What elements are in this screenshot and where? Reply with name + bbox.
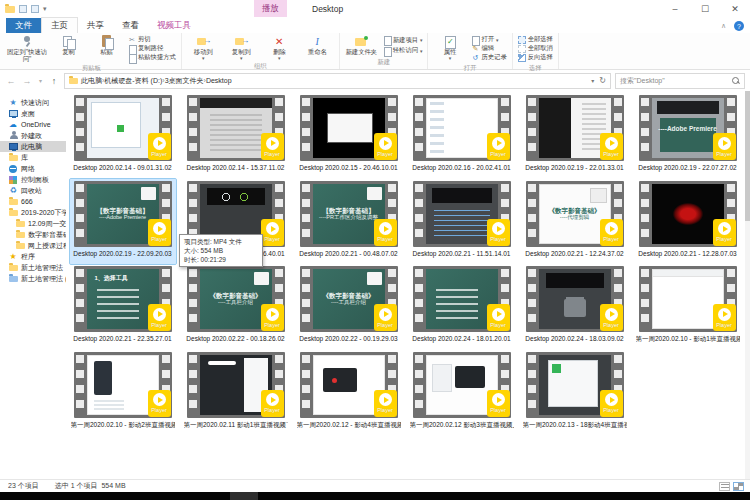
sidebar-item[interactable]: 桌面	[0, 108, 66, 119]
file-item[interactable]: PlayerDesktop 2020.02.24 - 18.03.09.02	[522, 264, 628, 350]
copy-to-button[interactable]: 复制到▾	[223, 34, 260, 61]
sidebar-item[interactable]: ☁OneDrive	[0, 119, 66, 130]
file-item[interactable]: PlayerDesktop 2020.02.24 - 18.01.20.01	[409, 264, 515, 350]
sidebar-item[interactable]: 新土地管理法	[0, 262, 66, 273]
file-item[interactable]: 《数字影音基础》----工具栏介绍PlayerDesktop 2020.02.2…	[183, 264, 289, 350]
copy-button[interactable]: 复制	[50, 34, 87, 63]
select-all-button[interactable]: 全部选择	[518, 35, 553, 44]
filmstrip-thumbnail: Player	[526, 95, 624, 161]
file-item[interactable]: Player第一周2020.02.13 - 18影动4班直播视频全	[522, 350, 628, 436]
sidebar-item[interactable]: 控制面板	[0, 174, 66, 185]
close-button[interactable]: ✕	[720, 0, 750, 17]
sidebar-item[interactable]: 12.09周一交	[0, 218, 66, 229]
properties-shortcut-icon[interactable]	[19, 5, 27, 13]
sidebar-item[interactable]: ★程序	[0, 251, 66, 262]
delete-button[interactable]: ✕删除▾	[261, 34, 298, 61]
file-item[interactable]: Player第一周2020.02.11 影动1班直播视频下	[183, 350, 289, 436]
file-item[interactable]: Player第一周2020.02.10 - 影动2班直播视频全	[70, 350, 176, 436]
paste-shortcut-button[interactable]: 粘贴快捷方式	[128, 53, 176, 62]
sidebar-item[interactable]: ♻回收站	[0, 185, 66, 196]
select-none-button[interactable]: 全部取消	[518, 44, 553, 53]
file-item[interactable]: 【数字影音基础】----Adobe PremierePlayerDesktop …	[70, 179, 176, 265]
sidebar-item[interactable]: 孙建政	[0, 130, 66, 141]
details-view-toggle[interactable]	[719, 482, 730, 491]
pin-icon	[20, 35, 34, 48]
move-to-button[interactable]: 移动到▾	[185, 34, 222, 61]
breadcrumb[interactable]: 此电脑›机械硬盘-资料 (D:)›3桌面文件夹›Desktop ▾ ↻	[64, 73, 611, 89]
breadcrumb-part[interactable]: Desktop	[206, 77, 232, 84]
file-item[interactable]: 【数字影音基础】----PR工作区介绍及调整PlayerDesktop 2020…	[296, 179, 402, 265]
file-item[interactable]: PlayerDesktop 2020.02.19 - 22.01.33.01	[522, 93, 628, 179]
file-item[interactable]: Player第一周2020.02.10 - 影动1班直播视频上	[635, 264, 741, 350]
cut-button[interactable]: ✂剪切	[128, 35, 176, 44]
file-item[interactable]: 1、选择工具PlayerDesktop 2020.02.21 - 22.35.2…	[70, 264, 176, 350]
player-badge: Player	[713, 219, 736, 246]
copy-path-button[interactable]: 复制路径	[128, 44, 176, 53]
properties-icon	[443, 35, 457, 48]
main-scrollbar[interactable]	[745, 91, 750, 479]
file-item[interactable]: PlayerDesktop 2020.02.15 - 20.46.10.01	[296, 93, 402, 179]
new-folder-shortcut-icon[interactable]	[31, 5, 39, 13]
tab-3[interactable]: 查看	[113, 18, 148, 33]
sidebar-item[interactable]: 此电脑	[0, 141, 66, 152]
sidebar-item[interactable]: 2019-2020下学期线	[0, 207, 66, 218]
ribbon-button-label: 历史记录	[481, 53, 506, 62]
tab-1[interactable]: 主页	[41, 17, 78, 33]
breadcrumb-part[interactable]: 3桌面文件夹	[165, 77, 204, 84]
ribbon-group: 属性▾打开▾✎编辑↺历史记录打开	[428, 33, 512, 69]
sidebar-item[interactable]: 666	[0, 196, 66, 207]
properties-button[interactable]: 属性▾	[431, 34, 468, 63]
file-item[interactable]: PlayerDesktop 2020.02.16 - 20.02.41.01	[409, 93, 515, 179]
thumbnail-view-toggle[interactable]	[733, 482, 744, 491]
tab-4[interactable]: 视频工具	[148, 18, 200, 33]
sidebar-item[interactable]: 数字影音基础相关	[0, 229, 66, 240]
file-item[interactable]: Player第一周2020.02.12 - 影动4班直播视频全	[296, 350, 402, 436]
forward-button[interactable]: →	[21, 76, 33, 86]
help-icon[interactable]: ?	[734, 21, 744, 31]
rename-button[interactable]: I重命名	[299, 34, 336, 61]
search-input[interactable]: 搜索"Desktop"	[615, 73, 745, 89]
sidebar-item[interactable]: 库	[0, 152, 66, 163]
recent-locations-arrow-icon[interactable]: ▾	[37, 77, 44, 84]
easy-access-button[interactable]: 轻松访问▾	[383, 46, 423, 55]
refresh-icon[interactable]: ↻	[599, 76, 606, 85]
file-item[interactable]: PlayerDesktop 2020.02.21 - 11.51.14.01	[409, 179, 515, 265]
new-folder-button[interactable]: 新建文件夹	[343, 34, 380, 57]
file-item[interactable]: 《数字影音基础》----代理剪辑PlayerDesktop 2020.02.21…	[522, 179, 628, 265]
breadcrumb-part[interactable]: 此电脑	[81, 77, 102, 84]
tab-2[interactable]: 共享	[78, 18, 113, 33]
sidebar-item[interactable]: ★快速访问	[0, 97, 66, 108]
address-dropdown-arrow-icon[interactable]: ▾	[591, 77, 594, 84]
file-item[interactable]: Player第一周2020.02.12 影动3班直播视频上	[409, 350, 515, 436]
recycle-bin-icon: ♻	[8, 186, 18, 195]
new-item-button[interactable]: 新建项目▾	[383, 36, 423, 45]
thumbnail-text: 《数字影音基础》	[200, 292, 272, 299]
collapse-ribbon-icon[interactable]: ∧	[721, 22, 726, 30]
pin-button[interactable]: 固定到"快速访问"	[5, 34, 49, 63]
file-item[interactable]: PlayerDesktop 2020.02.14 - 15.37.11.02	[183, 93, 289, 179]
up-button[interactable]: ↑	[48, 76, 60, 86]
play-icon	[153, 393, 166, 406]
library-shape	[9, 155, 18, 161]
filmstrip-thumbnail: 《数字影音基础》----工具栏介绍Player	[187, 266, 285, 332]
file-item[interactable]: ----Adobe PremierePlayerDesktop 2020.02.…	[635, 93, 741, 179]
maximize-button[interactable]: ☐	[690, 0, 720, 17]
ribbon-groups: 固定到"快速访问"复制粘贴✂剪切复制路径粘贴快捷方式剪贴板移动到▾复制到▾✕删除…	[0, 33, 750, 70]
qat-customize-arrow-icon[interactable]: ▾	[43, 5, 47, 13]
tab-file[interactable]: 文件	[6, 18, 41, 33]
breadcrumb-part[interactable]: 机械硬盘-资料 (D:)	[104, 77, 162, 84]
paste-button[interactable]: 粘贴	[88, 34, 125, 63]
player-badge-label: Player	[716, 322, 732, 328]
sidebar-item[interactable]: 网上授课过程存留	[0, 240, 66, 251]
sidebar-item[interactable]: 新土地管理法 (2)	[0, 273, 66, 284]
invert-selection-button[interactable]: 反向选择	[518, 53, 553, 62]
file-item[interactable]: 《数字影音基础》----工具栏介绍PlayerDesktop 2020.02.2…	[296, 264, 402, 350]
minimize-button[interactable]: –	[660, 0, 690, 17]
scrollbar-thumb[interactable]	[745, 91, 750, 221]
file-item[interactable]: PlayerDesktop 2020.02.21 - 12.28.07.03	[635, 179, 741, 265]
sidebar-item[interactable]: 网络	[0, 163, 66, 174]
history-button[interactable]: ↺历史记录	[471, 53, 506, 62]
back-button[interactable]: ←	[5, 76, 17, 86]
history-icon: ↺	[471, 54, 479, 62]
file-item[interactable]: PlayerDesktop 2020.02.14 - 09.01.31.02	[70, 93, 176, 179]
